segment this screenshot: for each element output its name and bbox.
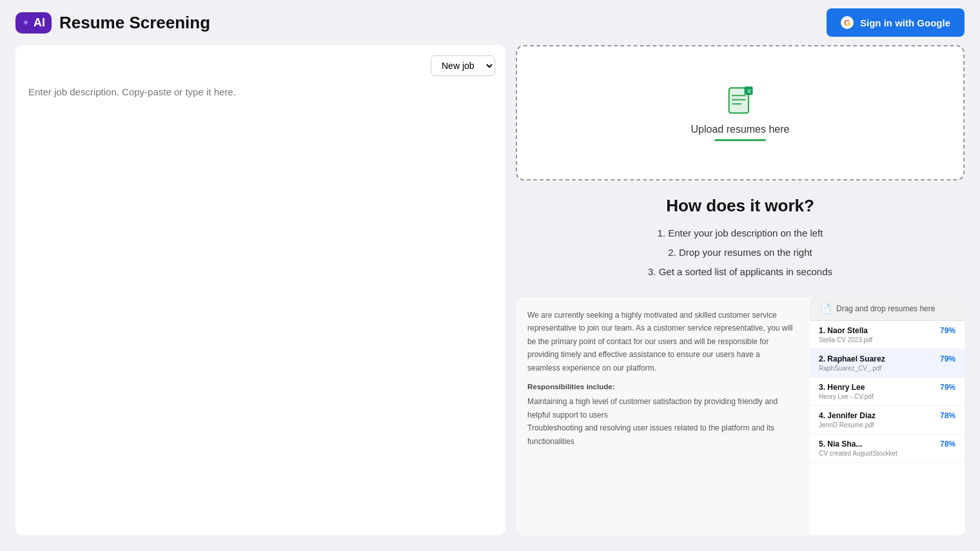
upload-underline [714,139,766,141]
logo-area: ✦ AI Resume Screening [15,12,210,34]
left-panel: New job Load job [15,45,505,536]
demo-candidates-list: 1. Naor Stella 79% Stella CV 2023.pdf 2.… [810,321,965,463]
candidate-file-4: JennD Resume.pdf [819,421,956,429]
how-section: How does it work? 1. Enter your job desc… [516,191,965,287]
how-title: How does it work? [516,196,965,216]
upload-zone[interactable]: ≡ Upload resumes here [516,45,965,180]
candidate-file-5: CV created AugustStockket [819,450,956,457]
svg-text:≡: ≡ [747,87,751,95]
ai-label: AI [34,16,45,30]
demo-desc-p1: We are currently seeking a highly motiva… [527,309,793,374]
candidate-score-3: 79% [940,383,956,392]
drag-file-icon: 📄 [820,304,831,314]
demo-desc-p3: Maintaining a high level of customer sat… [527,395,793,421]
sparkle-icon: ✦ [22,17,30,28]
main-layout: New job Load job ≡ Upload resumes [0,45,980,551]
candidate-item-2: 2. Raphael Suarez 79% RaphSuarez_CV_.pdf [810,349,965,378]
candidate-name-5: 5. Nia Sha... [819,440,862,449]
candidate-file-1: Stella CV 2023.pdf [819,336,956,343]
candidate-file-3: Henry Lee - CV.pdf [819,393,956,400]
candidate-name-1: 1. Naor Stella [819,326,868,335]
candidate-name-2: 2. Raphael Suarez [819,354,885,363]
job-description-input[interactable] [26,84,495,525]
candidate-file-2: RaphSuarez_CV_.pdf [819,365,956,372]
right-panel: ≡ Upload resumes here How does it work? … [505,45,965,536]
demo-desc-p2: Responsibilities include: [527,381,793,392]
demo-preview: We are currently seeking a highly motiva… [516,297,965,536]
candidate-item-5: 5. Nia Sha... 78% CV created AugustStock… [810,434,965,463]
how-step-2: 2. Drop your resumes on the right [516,243,965,262]
left-panel-header: New job Load job [26,55,495,76]
header: ✦ AI Resume Screening G Sign in with Goo… [0,0,980,45]
svg-rect-4 [732,103,741,104]
job-selector[interactable]: New job Load job [431,55,495,76]
ai-badge: ✦ AI [15,12,52,34]
app-title: Resume Screening [59,13,210,33]
demo-desc-p4: Troubleshooting and resolving user issue… [527,421,793,448]
how-step-1: 1. Enter your job description on the lef… [516,224,965,243]
sign-in-button[interactable]: G Sign in with Google [827,8,965,37]
demo-drag-label: Drag and drop resumes here [836,304,935,313]
candidate-item-4: 4. Jennifer Diaz 78% JennD Resume.pdf [810,406,965,434]
candidate-score-4: 78% [940,411,956,420]
candidate-name-3: 3. Henry Lee [819,383,865,392]
svg-rect-3 [732,99,746,100]
how-steps: 1. Enter your job description on the lef… [516,224,965,282]
demo-drag-bar: 📄 Drag and drop resumes here [810,297,965,321]
upload-file-icon: ≡ [723,85,757,119]
svg-rect-2 [732,95,746,96]
google-icon: G [841,16,854,29]
candidate-score-2: 79% [940,354,956,363]
candidate-score-5: 78% [940,440,956,449]
candidate-item-1: 1. Naor Stella 79% Stella CV 2023.pdf [810,321,965,349]
candidate-score-1: 79% [940,326,956,335]
candidate-name-4: 4. Jennifer Diaz [819,411,876,420]
demo-job-description: We are currently seeking a highly motiva… [516,297,805,536]
demo-results-panel: 📄 Drag and drop resumes here 1. Naor Ste… [810,297,965,536]
sign-in-label: Sign in with Google [860,17,950,28]
how-step-3: 3. Get a sorted list of applicants in se… [516,262,965,282]
candidate-item-3: 3. Henry Lee 79% Henry Lee - CV.pdf [810,378,965,406]
upload-label: Upload resumes here [691,124,790,135]
